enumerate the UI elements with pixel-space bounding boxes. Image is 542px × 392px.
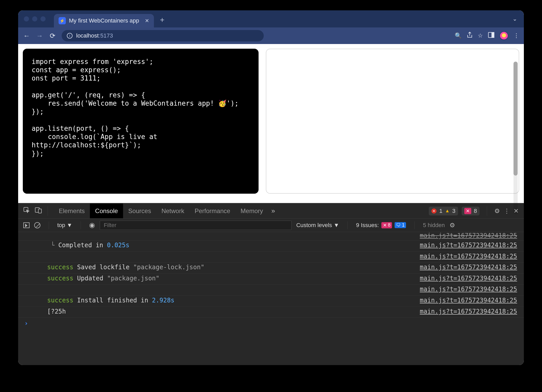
device-toggle-icon[interactable] [35,207,42,215]
tab-title: My first WebContainers app [69,17,139,24]
console-settings-gear-icon[interactable]: ⚙ [450,222,455,229]
site-info-icon[interactable]: i [67,33,73,39]
devtools-tab-memory[interactable]: Memory [236,204,268,218]
issues-badge[interactable]: ✕ 8 [462,207,480,215]
hidden-count[interactable]: 5 hidden [423,222,445,229]
traffic-close-icon[interactable] [24,16,29,21]
source-link[interactable]: main.js?t=1675723942418:25 [420,263,517,272]
issues-label: 9 Issues: [356,222,379,229]
inspect-element-icon[interactable] [23,207,30,215]
source-link[interactable]: main.js?t=1675723942418:25 [420,296,517,305]
warning-count: 3 [452,208,455,214]
console-row: [?25hmain.js?t=1675723942418:25 [18,307,524,318]
source-link[interactable]: main.js?t=1675723942418:25 [420,232,517,239]
issues-info-icon: 🗨 1 [395,222,406,228]
traffic-zoom-icon[interactable] [40,16,46,21]
source-link[interactable]: main.js?t=1675723942418:25 [420,307,517,316]
zoom-icon[interactable]: 🔍 [455,32,462,39]
devtools-tab-console[interactable]: Console [90,204,123,218]
levels-label: Custom levels [296,222,332,229]
kebab-menu-icon[interactable]: ⋮ [514,32,519,39]
console-row: main.js?t=1675723942418:25 [18,252,524,263]
tab-list-chevron-icon[interactable]: ⌄ [512,16,517,22]
tab-strip: ⚡ My first WebContainers app ✕ ＋ ⌄ [18,10,524,27]
close-tab-icon[interactable]: ✕ [145,18,149,24]
forward-button[interactable]: → [36,32,44,40]
toggle-sidebar-icon[interactable] [23,222,30,228]
code-editor[interactable]: import express from 'express'; const app… [23,49,259,194]
console-row: main.js?t=1675723942418:25 [18,285,524,296]
console-output: main.js?t=1675723942418:25 └ Completed i… [18,232,524,365]
side-panel-icon[interactable] [488,32,494,39]
address-bar[interactable]: i localhost:5173 [62,30,264,41]
truncated-row: main.js?t=1675723942418:25 [18,232,524,241]
context-label: top [57,222,65,229]
console-prompt[interactable]: › [18,318,524,329]
back-button[interactable]: ← [23,32,31,40]
console-row: success Saved lockfile "package-lock.jso… [18,263,524,274]
devtools-tab-sources[interactable]: Sources [123,204,156,218]
devtools-tab-elements[interactable]: Elements [54,204,90,218]
error-warning-badge[interactable]: ✕ 1 ▲ 3 [429,207,458,215]
console-row: success Install finished in 2.928smain.j… [18,296,524,307]
devtools-tab-network[interactable]: Network [156,204,189,218]
url-host: localhost [76,32,99,39]
devtools-tab-performance[interactable]: Performance [189,204,235,218]
ext-error-count: 8 [474,208,477,214]
window-controls [24,16,46,21]
svg-rect-4 [38,209,41,213]
warning-badge-icon: ▲ [445,208,450,214]
page-content: import express from 'express'; const app… [18,44,524,203]
issues-summary[interactable]: 9 Issues: ✕ 8 🗨 1 [356,222,406,229]
reload-button[interactable]: ⟳ [49,32,56,40]
issues-error-icon: ✕ 8 [381,222,392,228]
page-scrollbar[interactable] [514,62,518,214]
settings-gear-icon[interactable]: ⚙ [494,207,500,215]
browser-tab[interactable]: ⚡ My first WebContainers app ✕ [54,14,154,27]
profile-avatar[interactable] [500,31,508,40]
log-levels-selector[interactable]: Custom levels ▼ [296,222,339,229]
browser-toolbar: ← → ⟳ i localhost:5173 🔍 ☆ ⋮ [18,27,524,44]
error-badge-icon: ✕ [431,208,437,214]
prompt-chevron-icon: › [24,320,28,327]
console-toolbar: top ▼ ◉ Custom levels ▼ 9 Issues: ✕ 8 🗨 … [18,219,524,232]
clear-console-icon[interactable] [34,222,40,228]
bolt-icon: ⚡ [59,17,66,24]
console-row: └ Completed in 0.025smain.js?t=167572394… [18,241,524,252]
bookmark-star-icon[interactable]: ☆ [478,32,483,39]
devtools-kebab-icon[interactable]: ⋮ [504,207,510,215]
error-count: 1 [439,208,442,214]
source-link[interactable]: main.js?t=1675723942418:25 [420,241,517,250]
new-tab-button[interactable]: ＋ [158,15,167,24]
share-icon[interactable] [467,32,473,40]
ext-error-icon: ✕ [464,208,471,214]
live-expression-icon[interactable]: ◉ [89,221,95,229]
console-row: success Updated "package.json"main.js?t=… [18,274,524,285]
svg-rect-1 [492,32,494,38]
url-port: :5173 [99,32,113,39]
devtools-tab-bar: ElementsConsoleSourcesNetworkPerformance… [18,204,524,219]
source-link[interactable]: main.js?t=1675723942418:25 [420,285,517,294]
devtools-panel: ElementsConsoleSourcesNetworkPerformance… [18,203,524,365]
source-link[interactable]: main.js?t=1675723942418:25 [420,274,517,283]
more-tabs-icon[interactable]: » [271,207,275,215]
chevron-down-icon: ▼ [67,222,73,229]
console-filter-input[interactable] [100,221,291,230]
context-selector[interactable]: top ▼ [57,222,72,229]
browser-window: ⚡ My first WebContainers app ✕ ＋ ⌄ ← → ⟳… [18,10,524,365]
source-link[interactable]: main.js?t=1675723942418:25 [420,252,517,261]
traffic-minimize-icon[interactable] [32,16,37,21]
preview-panel [266,49,519,194]
chevron-down-icon: ▼ [334,222,339,229]
